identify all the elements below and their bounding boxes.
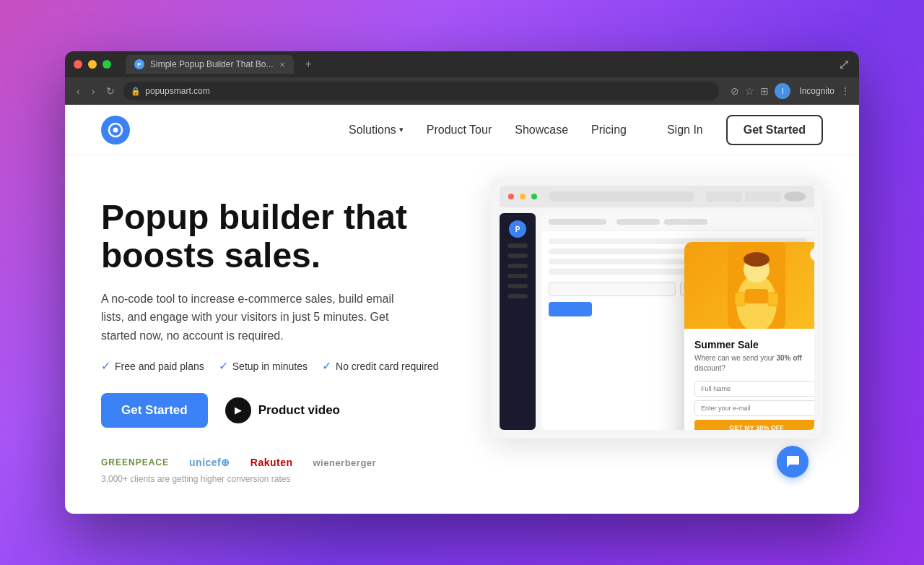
check-icon-2: ✓ <box>219 359 228 373</box>
feature-no-card: ✓ No credit card required <box>322 359 438 373</box>
close-dot[interactable] <box>74 60 82 69</box>
sidebar-item-2 <box>507 254 528 258</box>
window-maximize-icon: ⤢ <box>838 56 850 73</box>
menu-icon[interactable]: ⋮ <box>840 85 850 97</box>
mockup-main: ✕ Summer Sale Where can we send your 30%… <box>541 213 814 430</box>
popup-cta-button[interactable]: GET MY 30% OFF <box>694 420 814 430</box>
new-tab-button[interactable]: + <box>302 58 315 71</box>
mockup-tabs <box>706 191 806 202</box>
play-icon: ▶ <box>225 397 251 423</box>
wienerberger-logo: wienerberger <box>313 457 377 468</box>
forward-button[interactable]: › <box>89 82 98 100</box>
svg-rect-7 <box>735 293 745 306</box>
mockup-sidebar: P <box>500 213 536 430</box>
back-button[interactable]: ‹ <box>74 82 83 100</box>
url-text: popupsmart.com <box>145 86 209 96</box>
mockup-nav-2 <box>664 219 707 225</box>
tab-title: Simple Popup Builder That Bo... <box>150 59 274 69</box>
popup-desc: Where can we send your 30% off discount? <box>694 353 814 374</box>
star-icon[interactable]: ☆ <box>745 85 754 97</box>
nav-pricing[interactable]: Pricing <box>591 124 627 137</box>
mockup-dot-3 <box>531 194 537 199</box>
svg-point-1 <box>113 127 118 132</box>
video-label: Product video <box>258 403 340 418</box>
browser-tab[interactable]: P Simple Popup Builder That Bo... ✕ <box>126 55 294 74</box>
mockup-breadcrumb <box>549 219 606 225</box>
popup-desc-pre: Where can we send your <box>694 354 776 362</box>
incognito-label: Incognito <box>799 86 834 96</box>
avatar-placeholder <box>784 191 806 202</box>
popup-desc-post: discount? <box>694 364 725 372</box>
tab-close-button[interactable]: ✕ <box>279 61 285 69</box>
feature-2-label: Setup in minutes <box>232 361 308 372</box>
browser-window: P Simple Popup Builder That Bo... ✕ + ⤢ … <box>65 51 859 514</box>
refresh-button[interactable]: ↻ <box>103 82 118 100</box>
extension-icon: ⊘ <box>731 85 739 97</box>
svg-rect-6 <box>745 289 768 303</box>
feature-1-label: Free and paid plans <box>115 361 204 372</box>
mockup-nav-1 <box>616 219 660 225</box>
popup-email-input[interactable] <box>694 400 814 416</box>
check-icon-3: ✓ <box>322 359 331 373</box>
hero-subtitle: A no-code tool to increase e-commerce sa… <box>101 290 404 345</box>
browser-titlebar: P Simple Popup Builder That Bo... ✕ + ⤢ <box>65 51 859 77</box>
feature-setup: ✓ Setup in minutes <box>219 359 308 373</box>
mockup-header <box>541 213 814 231</box>
sign-in-button[interactable]: Sign In <box>655 118 715 142</box>
product-video-button[interactable]: ▶ Product video <box>225 397 340 423</box>
check-icon-1: ✓ <box>101 359 110 373</box>
tab-favicon: P <box>134 59 144 69</box>
svg-point-5 <box>744 252 770 267</box>
sidebar-item-1 <box>507 243 528 248</box>
tab-grid-icon[interactable]: ⊞ <box>760 85 769 97</box>
hero-get-started-button[interactable]: Get Started <box>101 393 208 428</box>
mockup-dot-2 <box>520 194 526 199</box>
mockup-button <box>549 302 592 316</box>
lock-icon: 🔒 <box>131 87 141 96</box>
brand-logos: GREENPEACE unicef⊕ Rakuten wienerberger <box>101 457 462 468</box>
mockup-address <box>549 191 694 202</box>
sidebar-item-6 <box>507 294 528 298</box>
nav-showcase[interactable]: Showcase <box>515 124 568 137</box>
address-bar[interactable]: 🔒 popupsmart.com <box>123 82 719 100</box>
popup-image <box>684 242 814 329</box>
tab-placeholder-2 <box>745 191 781 202</box>
hero-title: Popup builder that boosts sales. <box>101 199 462 275</box>
tab-placeholder-1 <box>706 191 742 202</box>
nav-cta: Sign In Get Started <box>655 115 823 145</box>
sidebar-item-3 <box>507 264 528 268</box>
get-started-nav-button[interactable]: Get Started <box>726 115 823 145</box>
popup-overlay: ✕ Summer Sale Where can we send your 30%… <box>684 242 814 430</box>
rakuten-logo: Rakuten <box>250 457 293 468</box>
chevron-down-icon: ▾ <box>399 125 404 134</box>
nav-solutions[interactable]: Solutions ▾ <box>349 124 404 137</box>
mockup-dot-1 <box>508 194 514 199</box>
greenpeace-logo: GREENPEACE <box>101 457 169 467</box>
site-logo[interactable] <box>101 116 130 145</box>
chat-button[interactable] <box>777 446 808 478</box>
website-content: Solutions ▾ Product Tour Showcase Pricin… <box>65 105 859 514</box>
hero-section: Popup builder that boosts sales. A no-co… <box>65 155 859 514</box>
hero-image: P <box>491 184 823 492</box>
popup-title: Summer Sale <box>694 339 814 350</box>
maximize-dot[interactable] <box>103 60 111 69</box>
mockup-toolbar <box>500 186 814 207</box>
clients-text: 3,000+ clients are getting higher conver… <box>101 474 462 484</box>
minimize-dot[interactable] <box>88 60 97 69</box>
popup-content: Summer Sale Where can we send your 30% o… <box>684 329 814 430</box>
site-navigation: Solutions ▾ Product Tour Showcase Pricin… <box>65 105 859 155</box>
hero-content: Popup builder that boosts sales. A no-co… <box>101 184 462 492</box>
nav-product-tour[interactable]: Product Tour <box>427 124 492 137</box>
sidebar-item-4 <box>507 274 528 278</box>
popup-name-input[interactable] <box>694 381 814 397</box>
sidebar-item-5 <box>507 284 528 288</box>
mockup-input-1 <box>549 282 676 296</box>
mockup-content: P <box>500 213 814 430</box>
hero-features: ✓ Free and paid plans ✓ Setup in minutes… <box>101 359 462 373</box>
profile-button[interactable]: I <box>775 83 790 99</box>
unicef-logo: unicef⊕ <box>189 457 230 468</box>
svg-rect-8 <box>768 293 778 306</box>
hero-actions: Get Started ▶ Product video <box>101 393 462 428</box>
browser-toolbar: ‹ › ↻ 🔒 popupsmart.com ⊘ ☆ ⊞ I Incognito… <box>65 77 859 105</box>
popup-discount: 30% off <box>776 354 802 362</box>
